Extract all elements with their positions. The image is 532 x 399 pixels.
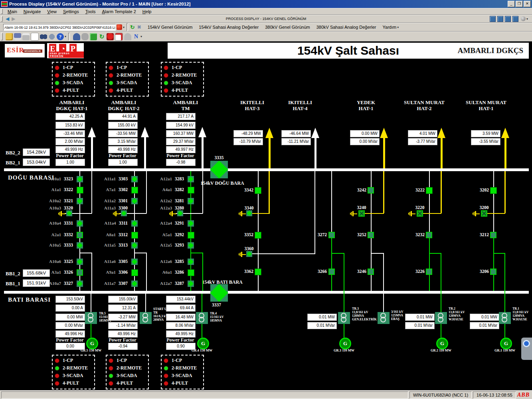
breaker-3342[interactable] (255, 187, 261, 194)
switch-3266[interactable] (328, 269, 335, 275)
transformer-tr2-icon[interactable] (435, 312, 447, 324)
alarm-bell-icon[interactable] (117, 24, 122, 30)
refresh-alarms-icon[interactable]: ↻ (98, 33, 105, 40)
generator-gr2-icon[interactable]: G (436, 338, 448, 350)
switch-3242[interactable] (368, 187, 374, 194)
generator-gr3-icon[interactable]: G (339, 338, 351, 350)
ground-switch-3300[interactable] (121, 210, 127, 216)
disconnector-3311[interactable] (131, 220, 138, 227)
disconnector-3303[interactable] (131, 176, 138, 182)
nav-link-154kv-analog[interactable]: 154kV Sahasi Analog Değerler (199, 25, 259, 30)
teamviewer-icon[interactable] (521, 338, 532, 360)
disconnector-3307[interactable] (131, 280, 138, 287)
nav-link-154kv-genel[interactable]: 154kV Genel Görünüm (148, 25, 193, 30)
bus-coupler-3335[interactable] (210, 161, 228, 178)
switch-3326[interactable] (77, 269, 83, 276)
disconnector-3291[interactable] (188, 220, 194, 227)
transformer-startup-icon[interactable] (140, 312, 152, 324)
switch-3246[interactable] (368, 269, 374, 275)
disconnector-3325[interactable] (77, 259, 83, 265)
menu-navigate[interactable]: Navigate (20, 9, 44, 14)
switch-3252[interactable] (368, 232, 374, 238)
disconnector-3331[interactable] (77, 220, 83, 227)
acknowledge-icon[interactable] (90, 33, 97, 40)
nav-link-380kv-analog[interactable]: 380kV Sahasi Analog Değerler (316, 25, 376, 30)
nav-link-380kv-genel[interactable]: 380kV Genel Görünüm (265, 25, 310, 30)
nav-link-help[interactable]: Yardım (383, 25, 397, 30)
breaker-3282[interactable] (188, 187, 194, 194)
ground-switch-3200[interactable] (481, 210, 487, 217)
bell-icon[interactable] (124, 33, 131, 40)
switch-3332[interactable] (77, 232, 83, 238)
breaker-3352[interactable] (255, 232, 261, 239)
disconnector-3285[interactable] (188, 259, 194, 265)
menu-tools[interactable]: Tools (82, 9, 99, 14)
status-sphere-icon[interactable] (521, 16, 526, 21)
disconnector-3305[interactable] (131, 259, 138, 265)
switch-3206[interactable] (490, 269, 496, 275)
ground-switch-3220[interactable] (417, 210, 423, 217)
toolbar-grip[interactable] (1, 9, 3, 14)
display-1-icon[interactable] (490, 16, 496, 22)
ground-switch-3340[interactable] (246, 210, 252, 216)
disconnector-3301[interactable] (131, 198, 138, 204)
switch-3232[interactable] (426, 232, 432, 238)
breaker-3306[interactable] (131, 269, 138, 276)
breaker-3312[interactable] (131, 232, 138, 239)
menu-alarm-template[interactable]: Alarm Template 2 (99, 9, 139, 14)
ground-switch-3320[interactable] (66, 210, 72, 216)
transformer-tr1-icon[interactable] (499, 312, 511, 324)
help-icon[interactable]: ? (57, 33, 64, 40)
ground-switch-3360[interactable] (246, 251, 252, 257)
save-icon[interactable] (14, 33, 21, 40)
disconnector-3333[interactable] (77, 242, 83, 249)
breaker-3362[interactable] (255, 269, 261, 275)
transformer-tr4-icon[interactable] (196, 312, 208, 324)
disconnector-3323[interactable] (77, 176, 83, 182)
maximize-button[interactable]: ❐ (516, 1, 523, 7)
disconnector-3321[interactable] (77, 198, 83, 204)
chevron-down-icon[interactable]: ▾ (123, 26, 125, 29)
open-folder-icon[interactable] (6, 33, 13, 40)
display-4-icon[interactable] (512, 16, 518, 22)
minimize-button[interactable]: _ (508, 1, 515, 7)
transformer-ebas-icon[interactable] (378, 312, 390, 324)
disconnector-3293[interactable] (188, 242, 194, 249)
breaker-3286[interactable] (188, 269, 194, 276)
bookmark-icon[interactable]: N (133, 33, 140, 40)
disconnector-3327[interactable] (77, 280, 83, 287)
disconnector-3313[interactable] (131, 242, 138, 249)
chevron-down-icon[interactable]: ▾ (397, 26, 399, 29)
ground-switch-3280[interactable] (177, 210, 183, 216)
disconnector-3287[interactable] (188, 280, 194, 287)
ground-switch-3240[interactable] (358, 210, 365, 217)
alarm-selector[interactable]: Alarm 16-06-12 19:41:34.979 380 DIA2 CP0… (3, 24, 116, 31)
alarm-page-icon[interactable] (115, 33, 123, 41)
breaker-3292[interactable] (188, 232, 194, 239)
disconnector-3281[interactable] (188, 198, 194, 204)
switch-3226[interactable] (426, 269, 432, 275)
generator-gr1-icon[interactable]: G (500, 338, 512, 350)
new-document-icon[interactable] (31, 33, 39, 41)
chevron-down-icon[interactable]: ▾ (140, 35, 142, 38)
menu-settings[interactable]: Settings (60, 9, 82, 14)
chevron-down-icon[interactable]: ▾ (65, 35, 66, 38)
tools-icon[interactable]: ✖ (137, 24, 141, 30)
close-button[interactable]: ✕ (524, 1, 531, 7)
find-icon[interactable] (40, 33, 47, 40)
breaker-3322[interactable] (77, 187, 83, 194)
gear-icon[interactable] (48, 33, 55, 40)
generator-gr4-icon[interactable]: G (197, 338, 209, 350)
transformer-tr5-icon[interactable] (85, 312, 97, 324)
refresh-icon[interactable]: ↻ (130, 24, 135, 30)
switch-3272[interactable] (328, 232, 335, 238)
switch-3212[interactable] (490, 232, 496, 238)
breaker-3202[interactable] (490, 187, 497, 194)
disconnector-3283[interactable] (188, 176, 194, 182)
display-3-icon[interactable] (505, 16, 511, 22)
chevron-down-icon[interactable]: ▾ (526, 17, 528, 21)
transformer-tr3-icon[interactable] (338, 312, 350, 324)
toolbar-grip[interactable] (1, 33, 3, 40)
menu-help[interactable]: Help (139, 9, 155, 14)
print-icon[interactable] (22, 33, 30, 40)
